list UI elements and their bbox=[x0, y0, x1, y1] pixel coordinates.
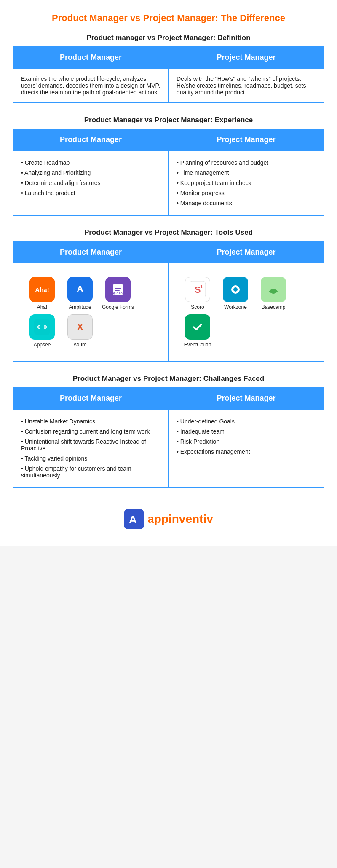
amplitude-icon: A bbox=[67, 277, 93, 302]
basecamp-svg bbox=[265, 281, 281, 297]
tool-aha: Aha! Aha! bbox=[25, 277, 59, 310]
gforms-label: Google Forms bbox=[102, 304, 134, 310]
logo-svg: A bbox=[127, 512, 141, 526]
experience-section: Product Manager vs Project Manager: Expe… bbox=[13, 116, 324, 216]
list-item: Confusion regarding current and long ter… bbox=[21, 426, 160, 437]
workzone-icon bbox=[223, 277, 248, 302]
scoro-label: Scoro bbox=[191, 304, 204, 310]
workzone-label: Workzone bbox=[224, 304, 247, 310]
svg-rect-24 bbox=[190, 319, 206, 335]
challenges-right-header: Project Manager bbox=[168, 388, 324, 409]
svg-text:A: A bbox=[77, 284, 83, 294]
appsee-svg bbox=[34, 319, 50, 335]
gforms-svg: Google Forms bbox=[110, 281, 126, 297]
list-item: Launch the product bbox=[21, 188, 160, 198]
tool-eventcollab: EventCollab bbox=[181, 314, 214, 348]
tool-amplitude: A Amplitude bbox=[63, 277, 97, 310]
experience-right-header: Project Manager bbox=[168, 129, 324, 150]
svg-rect-4 bbox=[115, 287, 121, 287]
axure-icon: X bbox=[67, 314, 93, 340]
list-item: Unintentional shift towards Reactive Ins… bbox=[21, 437, 160, 453]
eventcollab-icon bbox=[185, 314, 210, 340]
tools-title: Product Manager vs Project Manager: Tool… bbox=[13, 228, 324, 237]
list-item: Manage documents bbox=[177, 198, 316, 208]
svg-text:A: A bbox=[129, 513, 137, 526]
challenges-left-list: Unstable Market Dynamics Confusion regar… bbox=[21, 416, 160, 480]
experience-title: Product Manager vs Project Manager: Expe… bbox=[13, 116, 324, 124]
logo-text: appinventiv bbox=[147, 512, 213, 526]
right-tools-grid: S 1 Scoro bbox=[177, 270, 316, 354]
list-item: Uphold empathy for customers and team si… bbox=[21, 463, 160, 480]
appsee-label: Appsee bbox=[34, 342, 51, 348]
svg-rect-5 bbox=[115, 288, 121, 289]
tool-gforms: Google Forms Google Forms bbox=[101, 277, 135, 310]
logo-accent: a bbox=[147, 512, 154, 525]
logo-icon: A bbox=[124, 509, 144, 529]
tool-scoro: S 1 Scoro bbox=[181, 277, 214, 310]
axure-label: Axure bbox=[73, 342, 86, 348]
tool-workzone: Workzone bbox=[219, 277, 252, 310]
definition-title: Product manager vs Project Manager: Defi… bbox=[13, 34, 324, 42]
experience-left-header: Product Manager bbox=[13, 129, 168, 150]
experience-right-content: Planning of resources and budget Time ma… bbox=[168, 150, 324, 215]
gforms-icon: Google Forms bbox=[105, 277, 131, 302]
definition-left-content: Examines the whole product life-cycle, a… bbox=[13, 68, 168, 103]
challenges-left-content: Unstable Market Dynamics Confusion regar… bbox=[13, 409, 168, 488]
left-tools-grid: Aha! Aha! A Ampli bbox=[21, 270, 160, 354]
tools-right-header: Project Manager bbox=[168, 241, 324, 263]
definition-right-content: Deals with the "How's" and "when's" of p… bbox=[168, 68, 324, 103]
svg-text:X: X bbox=[77, 321, 83, 332]
challenges-left-header: Product Manager bbox=[13, 388, 168, 409]
basecamp-label: Basecamp bbox=[262, 304, 286, 310]
experience-table: Product Manager Project Manager Create R… bbox=[13, 129, 324, 216]
list-item: Under-defined Goals bbox=[177, 416, 316, 426]
tool-axure: X Axure bbox=[63, 314, 97, 348]
experience-right-list: Planning of resources and budget Time ma… bbox=[177, 158, 316, 208]
workzone-svg bbox=[227, 281, 243, 297]
tool-appsee: Appsee bbox=[25, 314, 59, 348]
challenges-right-content: Under-defined Goals Inadequate team Risk… bbox=[168, 409, 324, 488]
svg-point-13 bbox=[44, 326, 46, 328]
appsee-icon bbox=[29, 314, 55, 340]
scoro-svg: S 1 bbox=[190, 281, 206, 297]
challenges-table: Product Manager Project Manager Unstable… bbox=[13, 387, 324, 488]
list-item: Inadequate team bbox=[177, 426, 316, 437]
tools-left-header: Product Manager bbox=[13, 241, 168, 263]
list-item: Expectations management bbox=[177, 447, 316, 457]
definition-left-header: Product Manager bbox=[13, 47, 168, 68]
svg-point-23 bbox=[270, 289, 277, 294]
aha-icon: Aha! bbox=[29, 277, 55, 302]
list-item: Risk Prediction bbox=[177, 437, 316, 447]
main-title: Product Manager vs Project Manager: The … bbox=[13, 8, 324, 24]
svg-text:1: 1 bbox=[200, 284, 203, 289]
axure-svg: X bbox=[72, 319, 88, 335]
footer-logo: A appinventiv bbox=[13, 501, 324, 533]
definition-table: Product Manager Project Manager Examines… bbox=[13, 46, 324, 103]
tools-right-content: S 1 Scoro bbox=[168, 263, 324, 362]
list-item: Time management bbox=[177, 168, 316, 178]
amplitude-svg: A bbox=[72, 281, 88, 297]
aha-label: Aha! bbox=[37, 304, 48, 310]
list-item: Monitor progress bbox=[177, 188, 316, 198]
svg-point-21 bbox=[233, 287, 238, 292]
list-item: Unstable Market Dynamics bbox=[21, 416, 160, 426]
tools-table: Product Manager Project Manager Aha! Aha… bbox=[13, 241, 324, 362]
eventcollab-label: EventCollab bbox=[184, 342, 211, 348]
scoro-icon: S 1 bbox=[185, 277, 210, 302]
svg-text:Google Forms: Google Forms bbox=[110, 292, 126, 295]
list-item: Analyzing and Prioritizing bbox=[21, 168, 160, 178]
list-item: Keep project team in check bbox=[177, 178, 316, 188]
basecamp-icon bbox=[261, 277, 286, 302]
experience-left-list: Create Roadmap Analyzing and Prioritizin… bbox=[21, 158, 160, 198]
definition-section: Product manager vs Project Manager: Defi… bbox=[13, 34, 324, 103]
challenges-section: Product Manager vs Project Manager: Chal… bbox=[13, 375, 324, 488]
logo-name: ppinventiv bbox=[154, 512, 213, 525]
amplitude-label: Amplitude bbox=[69, 304, 91, 310]
list-item: Tackling varied opinions bbox=[21, 453, 160, 463]
svg-point-12 bbox=[38, 326, 40, 328]
tools-section: Product Manager vs Project Manager: Tool… bbox=[13, 228, 324, 362]
svg-text:S: S bbox=[195, 284, 201, 295]
challenges-title: Product Manager vs Project Manager: Chal… bbox=[13, 375, 324, 383]
experience-left-content: Create Roadmap Analyzing and Prioritizin… bbox=[13, 150, 168, 215]
definition-right-header: Project Manager bbox=[168, 47, 324, 68]
